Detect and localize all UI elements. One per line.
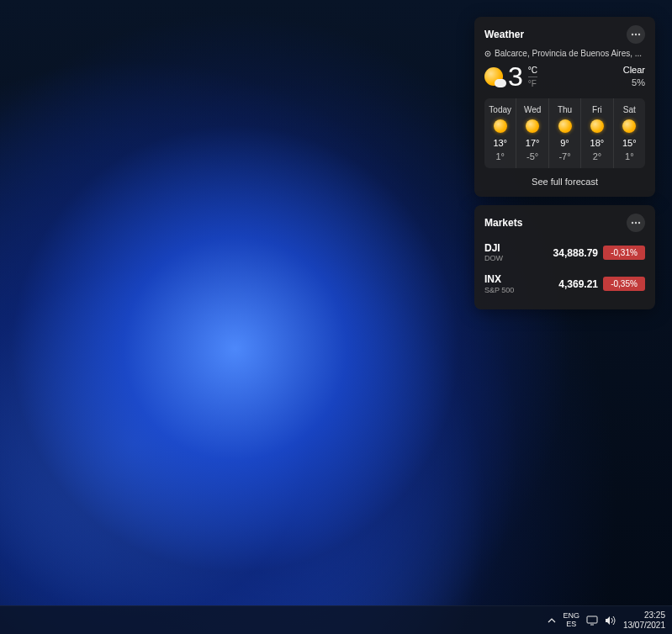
forecast-low: 1° (614, 151, 645, 161)
forecast-day-today[interactable]: Today 13° 1° (484, 98, 516, 168)
current-condition: Clear (623, 64, 645, 77)
market-left: INX S&P 500 (484, 273, 514, 294)
current-right: Clear 5% (623, 64, 645, 90)
weather-widget[interactable]: Weather Balcarce, Provincia de Buenos Ai… (474, 17, 655, 197)
current-left: 3 °C °F (484, 63, 537, 90)
location-icon (484, 50, 491, 57)
market-right: 34,888.79 -0,31% (553, 246, 645, 260)
forecast-day-label: Today (484, 105, 516, 114)
see-full-forecast-link[interactable]: See full forecast (484, 177, 645, 187)
weather-title: Weather (484, 29, 524, 40)
sun-icon (590, 119, 604, 133)
temp-unit-toggle[interactable]: °C °F (528, 65, 537, 89)
market-left: DJI DOW (484, 242, 503, 263)
forecast-row: Today 13° 1° Wed 17° -5° Thu 9° -7° Fri … (484, 98, 645, 168)
markets-more-button[interactable] (627, 214, 645, 232)
forecast-high: 13° (484, 138, 516, 148)
market-value: 4,369.21 (558, 278, 598, 290)
forecast-day-label: Fri (581, 105, 612, 114)
forecast-day-sat[interactable]: Sat 15° 1° (613, 98, 645, 168)
svg-point-1 (635, 34, 637, 35)
forecast-low: -7° (549, 151, 580, 161)
weather-current-icon (484, 67, 503, 86)
market-symbol: DJI (484, 242, 503, 254)
forecast-day-wed[interactable]: Wed 17° -5° (516, 98, 548, 168)
taskbar-clock[interactable]: 23:25 13/07/2021 (623, 610, 665, 631)
forecast-high: 17° (516, 138, 548, 148)
sun-icon (558, 119, 572, 133)
forecast-day-label: Thu (549, 105, 580, 114)
taskbar: ENG ES 23:25 13/07/2021 (0, 605, 672, 634)
svg-point-2 (638, 34, 640, 35)
market-value: 34,888.79 (553, 247, 598, 259)
language-indicator[interactable]: ENG ES (563, 612, 579, 629)
sun-icon (526, 119, 539, 133)
current-percent: 5% (623, 77, 645, 89)
forecast-day-label: Wed (516, 105, 548, 114)
current-temp: 3 (508, 63, 523, 90)
market-change-badge: -0,35% (603, 277, 645, 291)
svg-point-6 (635, 222, 637, 224)
clock-date: 13/07/2021 (623, 621, 665, 631)
markets-widget[interactable]: Markets DJI DOW 34,888.79 -0,31% INX S&P… (474, 205, 655, 309)
weather-location[interactable]: Balcarce, Provincia de Buenos Aires, ... (484, 49, 645, 58)
monitor-icon (586, 616, 598, 626)
svg-rect-8 (587, 616, 597, 623)
svg-point-5 (632, 222, 633, 224)
tray-monitor[interactable] (586, 616, 598, 626)
forecast-high: 15° (614, 138, 645, 148)
market-row-dji[interactable]: DJI DOW 34,888.79 -0,31% (484, 237, 645, 268)
ellipsis-icon (631, 221, 641, 225)
market-right: 4,369.21 -0,35% (558, 277, 645, 291)
location-text: Balcarce, Provincia de Buenos Aires, ... (495, 49, 642, 58)
forecast-day-thu[interactable]: Thu 9° -7° (548, 98, 580, 168)
weather-current: 3 °C °F Clear 5% (484, 63, 645, 90)
tray-volume[interactable] (605, 616, 616, 626)
widgets-panel: Weather Balcarce, Provincia de Buenos Ai… (474, 17, 655, 309)
svg-point-7 (638, 222, 640, 224)
lang-secondary: ES (563, 621, 579, 629)
forecast-high: 9° (549, 138, 580, 148)
ellipsis-icon (631, 33, 641, 36)
forecast-low: 1° (484, 151, 516, 161)
clock-time: 23:25 (623, 610, 665, 621)
tray-chevron-up[interactable] (548, 616, 556, 625)
unit-fahrenheit[interactable]: °F (528, 77, 537, 89)
svg-point-4 (487, 53, 489, 55)
market-row-inx[interactable]: INX S&P 500 4,369.21 -0,35% (484, 268, 645, 299)
chevron-up-icon (548, 616, 556, 625)
market-name: S&P 500 (484, 286, 514, 295)
speaker-icon (605, 616, 616, 626)
sun-icon (494, 119, 507, 133)
market-change-badge: -0,31% (603, 246, 645, 260)
forecast-low: -5° (516, 151, 548, 161)
sun-icon (622, 119, 636, 133)
forecast-day-label: Sat (614, 105, 645, 114)
svg-point-0 (632, 34, 633, 35)
system-tray: ENG ES 23:25 13/07/2021 (548, 610, 665, 631)
markets-header: Markets (484, 214, 645, 232)
market-name: DOW (484, 254, 503, 263)
weather-header: Weather (484, 25, 645, 44)
forecast-day-fri[interactable]: Fri 18° 2° (580, 98, 612, 168)
weather-more-button[interactable] (627, 25, 645, 44)
forecast-low: 2° (581, 151, 612, 161)
markets-title: Markets (484, 217, 522, 229)
forecast-high: 18° (581, 138, 612, 148)
market-symbol: INX (484, 273, 514, 285)
unit-celsius[interactable]: °C (528, 65, 537, 77)
